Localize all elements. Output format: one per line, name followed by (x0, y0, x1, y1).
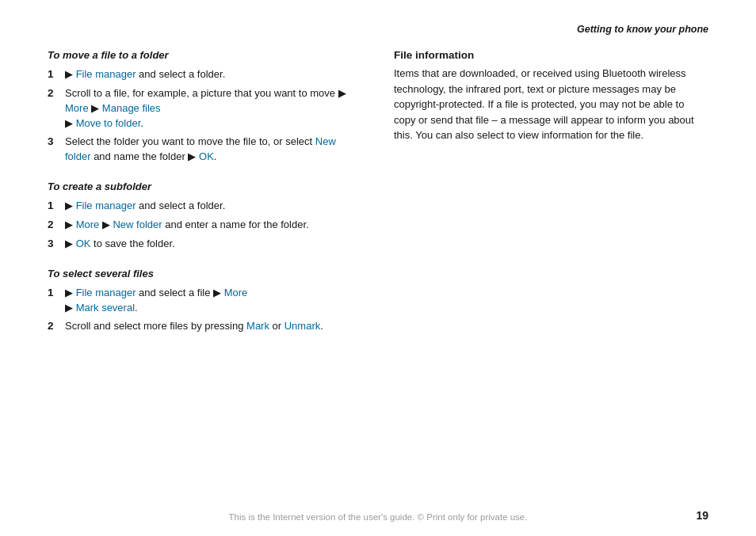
link-ok: OK (76, 238, 91, 249)
step-content: Select the folder you want to move the f… (65, 135, 362, 165)
section-create-subfolder: To create a subfolder 1 ▶ File manager a… (48, 181, 362, 252)
link-more: More (76, 219, 100, 230)
section-move-file: To move a file to a folder 1 ▶ File mana… (48, 49, 362, 165)
link-ok: OK (199, 150, 214, 162)
link-mark-several: Mark several (76, 302, 135, 314)
link-more: More (224, 287, 248, 298)
step-item: 2 ▶ More ▶ New folder and enter a name f… (48, 218, 362, 233)
header-title: Getting to know your phone (577, 24, 708, 35)
step-number: 2 (48, 86, 62, 131)
step-content: ▶ More ▶ New folder and enter a name for… (65, 218, 309, 233)
link-new-folder: New folder (113, 219, 162, 230)
file-info-paragraph: Items that are downloaded, or received u… (394, 66, 708, 143)
file-info-title: File information (394, 49, 708, 61)
page-number: 19 (696, 509, 708, 522)
step-list-select-files: 1 ▶ File manager and select a file ▶ Mor… (48, 286, 362, 335)
content-area: To move a file to a folder 1 ▶ File mana… (48, 49, 708, 350)
left-column: To move a file to a folder 1 ▶ File mana… (48, 49, 362, 350)
step-number: 2 (48, 218, 62, 233)
step-item: 2 Scroll and select more files by pressi… (48, 319, 362, 334)
step-content: ▶ File manager and select a folder. (65, 199, 225, 214)
step-item: 1 ▶ File manager and select a folder. (48, 199, 362, 214)
link-more: More (65, 102, 89, 114)
step-item: 2 Scroll to a file, for example, a pictu… (48, 86, 362, 131)
link-manage-files: Manage files (102, 102, 161, 114)
step-number: 1 (48, 286, 62, 316)
link-file-manager: File manager (76, 200, 136, 211)
step-number: 1 (48, 67, 62, 82)
step-number: 1 (48, 199, 62, 214)
step-number: 3 (48, 135, 62, 165)
step-content: Scroll to a file, for example, a picture… (65, 86, 362, 131)
page-header: Getting to know your phone (48, 24, 708, 35)
link-move-to-folder: Move to folder (76, 117, 141, 129)
page: Getting to know your phone To move a fil… (0, 0, 756, 536)
link-file-manager: File manager (76, 68, 136, 80)
step-item: 1 ▶ File manager and select a file ▶ Mor… (48, 286, 362, 316)
step-list-subfolder: 1 ▶ File manager and select a folder. 2 … (48, 199, 362, 252)
step-number: 2 (48, 319, 62, 334)
step-content: ▶ File manager and select a folder. (65, 67, 225, 82)
step-item: 3 ▶ OK to save the folder. (48, 237, 362, 252)
section-move-file-title: To move a file to a folder (48, 49, 362, 61)
link-file-manager: File manager (76, 287, 136, 298)
step-item: 1 ▶ File manager and select a folder. (48, 67, 362, 82)
step-number: 3 (48, 237, 62, 252)
link-mark: Mark (246, 320, 269, 332)
section-select-files: To select several files 1 ▶ File manager… (48, 268, 362, 335)
step-item: 3 Select the folder you want to move the… (48, 135, 362, 165)
footer: This is the Internet version of the user… (0, 512, 756, 522)
footer-text: This is the Internet version of the user… (229, 512, 528, 522)
step-content: ▶ File manager and select a file ▶ More▶… (65, 286, 247, 316)
section-select-files-title: To select several files (48, 268, 362, 279)
step-content: ▶ OK to save the folder. (65, 237, 175, 252)
section-create-subfolder-title: To create a subfolder (48, 181, 362, 192)
step-list-move-file: 1 ▶ File manager and select a folder. 2 … (48, 67, 362, 165)
right-column: File information Items that are download… (394, 49, 708, 350)
link-unmark: Unmark (284, 320, 321, 332)
step-content: Scroll and select more files by pressing… (65, 319, 323, 334)
